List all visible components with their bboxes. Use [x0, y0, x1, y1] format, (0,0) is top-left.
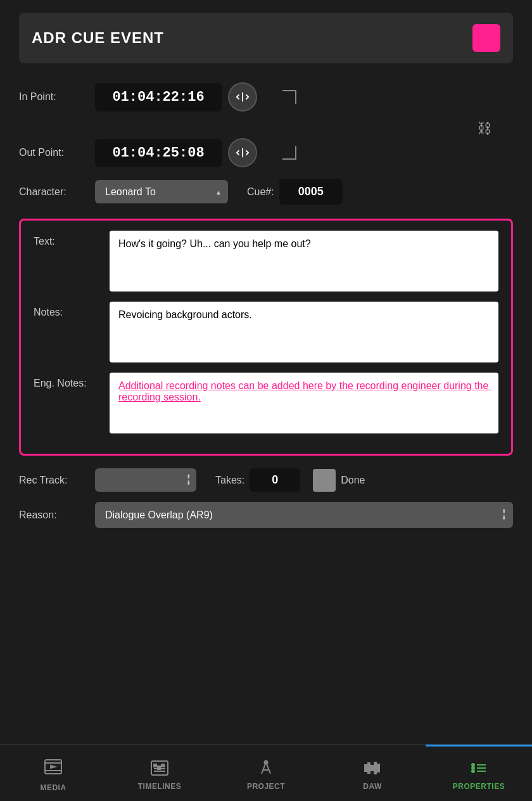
rec-track-row: Rec Track: Takes: Done: [19, 468, 513, 492]
eng-notes-row: Eng. Notes:: [34, 373, 498, 433]
timelines-icon: [150, 760, 169, 778]
out-point-set-button[interactable]: [228, 138, 257, 167]
bracket-bottom: [282, 146, 296, 160]
rec-track-select[interactable]: [95, 468, 196, 492]
svg-rect-11: [158, 767, 160, 769]
svg-rect-15: [365, 765, 367, 771]
nav-label-daw: DAW: [363, 782, 382, 791]
properties-icon: [469, 760, 488, 778]
project-icon: [256, 760, 276, 778]
nav-label-media: MEDIA: [40, 783, 66, 792]
nav-item-properties[interactable]: PROPERTIES: [426, 745, 532, 801]
in-point-row: In Point:: [19, 82, 513, 112]
character-row: Character: Leonard To Cue#:: [19, 179, 513, 205]
out-point-input[interactable]: [95, 139, 222, 167]
text-row: Text:: [34, 231, 498, 292]
done-label: Done: [341, 475, 365, 486]
nav-label-timelines: TIMELINES: [138, 782, 182, 791]
cue-label: Cue#:: [247, 186, 274, 198]
bottom-nav: MEDIA TIMELINES PROJECT: [0, 744, 532, 801]
nav-item-media[interactable]: MEDIA: [0, 745, 106, 801]
done-checkbox[interactable]: [313, 469, 336, 492]
media-icon: [44, 759, 63, 779]
text-textarea[interactable]: [110, 231, 498, 292]
rec-track-label: Rec Track:: [19, 475, 95, 486]
svg-rect-12: [162, 764, 164, 767]
svg-rect-18: [374, 762, 376, 774]
character-select[interactable]: Leonard To: [95, 180, 228, 203]
pink-section: Text: Notes: Eng. Notes:: [19, 219, 513, 456]
chain-link-icon: ⛓: [478, 120, 491, 137]
eng-notes-label: Eng. Notes:: [34, 373, 110, 389]
in-point-label: In Point:: [19, 91, 95, 103]
nav-item-project[interactable]: PROJECT: [213, 745, 319, 801]
svg-rect-16: [368, 763, 370, 773]
notes-textarea[interactable]: [110, 302, 498, 362]
svg-rect-17: [371, 766, 373, 771]
reason-row: Reason: Dialogue Overlap (AR9) ADR Loop …: [19, 502, 513, 528]
daw-icon: [363, 760, 382, 778]
bracket-top: [282, 90, 296, 104]
svg-rect-10: [154, 764, 156, 767]
in-point-input[interactable]: [95, 83, 222, 112]
out-point-label: Out Point:: [19, 147, 95, 158]
nav-label-properties: PROPERTIES: [453, 782, 505, 791]
in-point-set-button[interactable]: [228, 82, 257, 112]
out-point-row: Out Point:: [19, 138, 513, 167]
notes-row: Notes:: [34, 302, 498, 362]
svg-rect-19: [377, 764, 379, 772]
cue-input[interactable]: [279, 179, 343, 205]
text-label: Text:: [34, 231, 110, 247]
color-swatch[interactable]: [472, 24, 500, 52]
reason-select[interactable]: Dialogue Overlap (AR9) ADR Loop Group: [95, 502, 513, 528]
svg-point-22: [472, 770, 474, 772]
takes-input[interactable]: [250, 468, 300, 492]
nav-label-project: PROJECT: [247, 782, 285, 791]
nav-item-daw[interactable]: DAW: [319, 745, 426, 801]
reason-label: Reason:: [19, 509, 95, 521]
takes-label: Takes:: [215, 475, 244, 486]
nav-item-timelines[interactable]: TIMELINES: [106, 745, 213, 801]
eng-notes-textarea[interactable]: [110, 373, 498, 433]
svg-marker-5: [51, 766, 55, 768]
page-title: ADR CUE EVENT: [32, 29, 164, 47]
notes-label: Notes:: [34, 302, 110, 318]
svg-point-21: [472, 767, 474, 769]
character-label: Character:: [19, 186, 95, 198]
header-bar: ADR CUE EVENT: [19, 13, 513, 63]
svg-point-20: [472, 764, 474, 766]
